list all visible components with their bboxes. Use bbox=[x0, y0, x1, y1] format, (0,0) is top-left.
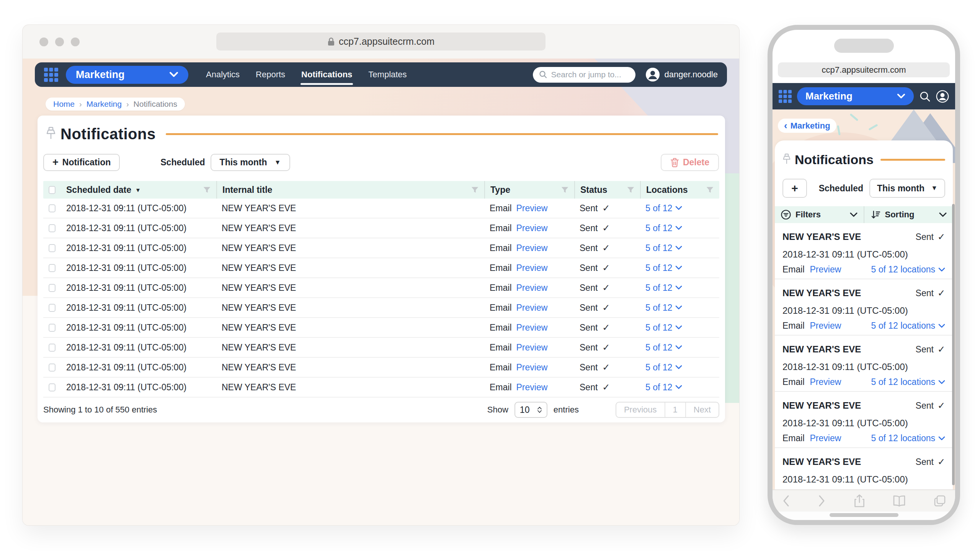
locations-link[interactable]: 5 of 12 bbox=[645, 283, 682, 293]
period-filter-dropdown[interactable]: This month ▼ bbox=[211, 154, 290, 171]
bookmarks-icon[interactable] bbox=[892, 495, 906, 507]
stepper-arrows-icon[interactable] bbox=[537, 406, 542, 413]
app-switcher-dropdown[interactable]: Marketing bbox=[66, 66, 188, 84]
locations-link[interactable]: 5 of 12 locations bbox=[871, 321, 945, 331]
locations-link[interactable]: 5 of 12 bbox=[645, 303, 682, 313]
locations-link[interactable]: 5 of 12 bbox=[645, 203, 682, 214]
preview-link[interactable]: Preview bbox=[516, 342, 548, 353]
preview-link[interactable]: Preview bbox=[810, 433, 841, 443]
add-notification-button[interactable]: + Notification bbox=[43, 154, 120, 171]
preview-link[interactable]: Preview bbox=[516, 283, 548, 293]
locations-link[interactable]: 5 of 12 bbox=[645, 323, 682, 333]
notification-card[interactable]: NEW YEAR'S EVE Sent ✓ 2018-12-31 09:11 (… bbox=[775, 336, 953, 392]
notification-card[interactable]: NEW YEAR'S EVE Sent ✓ 2018-12-31 09:11 (… bbox=[775, 392, 953, 448]
back-icon[interactable] bbox=[782, 494, 790, 507]
breadcrumb-marketing-link[interactable]: Marketing bbox=[87, 99, 122, 109]
row-checkbox[interactable] bbox=[49, 264, 56, 272]
notification-card[interactable]: NEW YEAR'S EVE Sent ✓ 2018-12-31 09:11 (… bbox=[775, 223, 953, 279]
filters-dropdown[interactable]: Filters bbox=[775, 206, 864, 223]
preview-link[interactable]: Preview bbox=[810, 321, 841, 331]
delete-button[interactable]: Delete bbox=[661, 154, 719, 171]
scrollbar[interactable] bbox=[952, 204, 955, 485]
cell-status: Sent bbox=[580, 223, 598, 233]
filter-icon[interactable] bbox=[706, 186, 714, 194]
filter-icon[interactable] bbox=[203, 186, 211, 194]
locations-link[interactable]: 5 of 12 locations bbox=[871, 264, 945, 275]
locations-link[interactable]: 5 of 12 bbox=[645, 382, 682, 393]
preview-link[interactable]: Preview bbox=[810, 377, 841, 387]
card-status: Sent ✓ bbox=[916, 288, 945, 298]
cell-status: Sent bbox=[580, 263, 598, 273]
filter-icon[interactable] bbox=[561, 186, 569, 194]
column-header-status[interactable]: Status bbox=[574, 181, 640, 199]
tabs-icon[interactable] bbox=[934, 495, 946, 507]
user-menu[interactable]: danger.noodle bbox=[645, 67, 718, 82]
app-switcher-dropdown[interactable]: Marketing bbox=[797, 87, 914, 105]
search-input[interactable]: Search or jump to... bbox=[533, 67, 635, 83]
row-checkbox[interactable] bbox=[49, 304, 56, 312]
current-page-button[interactable]: 1 bbox=[665, 403, 685, 417]
column-header-type[interactable]: Type bbox=[484, 181, 574, 199]
select-all-checkbox[interactable] bbox=[49, 186, 56, 194]
nav-link-notifications[interactable]: Notifications bbox=[301, 66, 352, 83]
filter-icon[interactable] bbox=[627, 186, 635, 194]
nav-link-reports[interactable]: Reports bbox=[256, 66, 285, 83]
row-checkbox[interactable] bbox=[49, 224, 56, 232]
app-grid-icon[interactable] bbox=[779, 90, 792, 103]
column-header-internal-title[interactable]: Internal title bbox=[216, 181, 484, 199]
zoom-window-button[interactable] bbox=[71, 37, 80, 46]
page-size-stepper[interactable]: 10 bbox=[514, 402, 547, 418]
preview-link[interactable]: Preview bbox=[516, 263, 548, 273]
avatar-icon[interactable] bbox=[936, 90, 949, 103]
nav-link-analytics[interactable]: Analytics bbox=[206, 66, 240, 83]
window-controls[interactable] bbox=[39, 37, 80, 46]
locations-link[interactable]: 5 of 12 locations bbox=[871, 433, 945, 443]
nav-link-templates[interactable]: Templates bbox=[368, 66, 407, 83]
previous-page-button[interactable]: Previous bbox=[616, 403, 665, 417]
preview-link[interactable]: Preview bbox=[516, 303, 548, 313]
preview-link[interactable]: Preview bbox=[516, 382, 548, 393]
locations-link[interactable]: 5 of 12 bbox=[645, 223, 682, 233]
column-header-locations[interactable]: Locations bbox=[640, 181, 719, 199]
row-checkbox[interactable] bbox=[49, 364, 56, 372]
browser-chrome: ccp7.appsuitecrm.com bbox=[23, 25, 739, 59]
preview-link[interactable]: Preview bbox=[516, 323, 548, 333]
breadcrumb: Home › Marketing › Notifications bbox=[46, 98, 185, 111]
locations-link[interactable]: 5 of 12 bbox=[645, 342, 682, 353]
row-checkbox[interactable] bbox=[49, 244, 56, 252]
locations-link[interactable]: 5 of 12 bbox=[645, 263, 682, 273]
mobile-address-bar[interactable]: ccp7.appsuitecrm.com bbox=[778, 62, 950, 77]
filter-icon[interactable] bbox=[471, 186, 479, 194]
share-icon[interactable] bbox=[854, 494, 865, 508]
add-notification-button[interactable]: + bbox=[782, 179, 807, 198]
app-grid-icon[interactable] bbox=[44, 68, 58, 82]
notifications-panel: Notifications + Notification Scheduled T… bbox=[38, 116, 725, 422]
row-checkbox[interactable] bbox=[49, 204, 56, 212]
preview-link[interactable]: Preview bbox=[810, 264, 841, 275]
address-bar[interactable]: ccp7.appsuitecrm.com bbox=[216, 33, 546, 51]
row-checkbox[interactable] bbox=[49, 284, 56, 292]
row-checkbox[interactable] bbox=[49, 344, 56, 352]
column-header-scheduled-date[interactable]: Scheduled date ▼ bbox=[61, 181, 216, 199]
notification-card[interactable]: NEW YEAR'S EVE Sent ✓ 2018-12-31 09:11 (… bbox=[775, 279, 953, 336]
close-window-button[interactable] bbox=[39, 37, 48, 46]
row-checkbox[interactable] bbox=[49, 324, 56, 332]
locations-link[interactable]: 5 of 12 bbox=[645, 362, 682, 373]
minimize-window-button[interactable] bbox=[55, 37, 64, 46]
preview-link[interactable]: Preview bbox=[516, 203, 548, 214]
breadcrumb-home-link[interactable]: Home bbox=[53, 99, 75, 109]
next-page-button[interactable]: Next bbox=[685, 403, 719, 417]
row-checkbox[interactable] bbox=[49, 383, 56, 391]
preview-link[interactable]: Preview bbox=[516, 243, 548, 253]
search-icon[interactable] bbox=[919, 91, 931, 102]
period-filter-dropdown[interactable]: This month ▼ bbox=[869, 179, 945, 198]
sorting-dropdown[interactable]: Sorting bbox=[864, 206, 953, 223]
notification-card[interactable]: NEW YEAR'S EVE Sent ✓ 2018-12-31 09:11 (… bbox=[775, 448, 953, 489]
locations-link[interactable]: 5 of 12 bbox=[645, 243, 682, 253]
preview-link[interactable]: Preview bbox=[516, 362, 548, 373]
back-link[interactable]: ‹ Marketing bbox=[778, 119, 836, 133]
home-indicator[interactable] bbox=[830, 513, 898, 517]
forward-icon[interactable] bbox=[818, 494, 826, 507]
locations-link[interactable]: 5 of 12 locations bbox=[871, 377, 945, 387]
preview-link[interactable]: Preview bbox=[516, 223, 548, 233]
